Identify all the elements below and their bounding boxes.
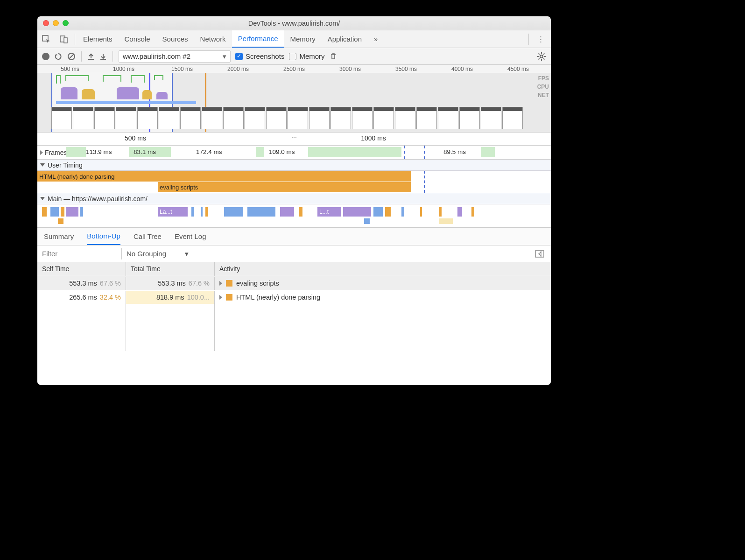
clear-button[interactable]	[67, 52, 76, 61]
collapse-arrow-icon[interactable]	[40, 197, 45, 200]
frame-duration: 113.9 ms	[86, 148, 112, 155]
tab-console[interactable]: Console	[119, 30, 156, 48]
tab-sources[interactable]: Sources	[156, 30, 194, 48]
timeline-overview[interactable]: 500 ms 1000 ms 1500 ms 2000 ms 2500 ms 3…	[37, 65, 551, 133]
net-track	[56, 101, 196, 104]
table-row[interactable]: 553.3 ms 67.6 % 553.3 ms 67.6 % evaling …	[37, 276, 551, 290]
main-thread-label: Main — https://www.paulirish.com/	[48, 195, 148, 203]
filmstrip-frame[interactable]	[373, 107, 394, 129]
tab-network[interactable]: Network	[194, 30, 232, 48]
main-thread-header[interactable]: Main — https://www.paulirish.com/	[37, 193, 551, 204]
svg-line-15	[543, 53, 544, 54]
panel-tabstrip: Elements Console Sources Network Perform…	[37, 30, 551, 48]
svg-line-4	[69, 54, 74, 59]
frames-track[interactable]: Frames 113.9 ms 83.1 ms 172.4 ms 109.0 m…	[37, 146, 551, 160]
recording-select[interactable]: www.paulirish.com #2 ▾	[119, 50, 231, 63]
chevron-down-icon: ▾	[185, 250, 189, 258]
frame-duration: 83.1 ms	[134, 148, 156, 155]
titlebar: DevTools - www.paulirish.com/	[37, 16, 551, 30]
flame-bar[interactable]: La...t	[158, 207, 188, 217]
filmstrip-frame[interactable]	[51, 107, 72, 129]
svg-rect-2	[64, 38, 67, 43]
overview-ruler: 500 ms 1000 ms 1500 ms 2000 ms 2500 ms 3…	[37, 65, 551, 73]
window-title: DevTools - www.paulirish.com/	[37, 20, 551, 27]
flame-bar[interactable]: L...t	[317, 207, 341, 217]
expand-arrow-icon[interactable]	[219, 281, 222, 286]
ruler-tick: 1000 ms	[113, 66, 134, 72]
reload-button[interactable]	[54, 52, 63, 61]
tab-call-tree[interactable]: Call Tree	[134, 228, 162, 245]
ruler-tick: 4000 ms	[451, 66, 473, 72]
col-self-time[interactable]: Self Time	[37, 262, 126, 276]
activity-name: HTML (nearly) done parsing	[236, 294, 320, 301]
collapse-panel-icon[interactable]	[528, 250, 551, 258]
garbage-collect-icon[interactable]	[330, 52, 337, 61]
tab-bottom-up[interactable]: Bottom-Up	[87, 228, 120, 245]
self-time-value: 265.6 ms	[69, 294, 97, 301]
filmstrip-frame[interactable]	[330, 107, 351, 129]
filmstrip-frame[interactable]	[395, 107, 415, 129]
filmstrip-frame[interactable]	[94, 107, 115, 129]
filmstrip-frame[interactable]	[202, 107, 222, 129]
filmstrip-frame[interactable]	[502, 107, 523, 129]
recording-select-label: www.paulirish.com #2	[123, 52, 190, 60]
flamechart-ruler[interactable]: 500 ms 1000 ms ⋯	[37, 133, 551, 146]
col-activity[interactable]: Activity	[215, 262, 551, 276]
filmstrip-frame[interactable]	[137, 107, 158, 129]
self-time-pct: 32.4 %	[100, 294, 121, 301]
filmstrip-frame[interactable]	[245, 107, 265, 129]
fps-track	[37, 75, 551, 84]
filmstrip-frame[interactable]	[159, 107, 179, 129]
filmstrip-frame[interactable]	[309, 107, 330, 129]
filmstrip-frame[interactable]	[438, 107, 458, 129]
chevron-down-icon: ▾	[223, 52, 226, 61]
ruler-tick: 500 ms	[61, 66, 79, 72]
memory-checkbox[interactable]: Memory	[289, 52, 324, 60]
frame-duration: 172.4 ms	[196, 148, 222, 155]
frame-duration: 89.5 ms	[443, 148, 466, 155]
settings-gear-icon[interactable]	[537, 52, 546, 61]
tab-memory[interactable]: Memory	[284, 30, 322, 48]
screenshots-checkbox[interactable]: Screenshots	[235, 52, 284, 60]
filter-input[interactable]	[37, 247, 121, 260]
grouping-select[interactable]: No Grouping ▾	[122, 250, 193, 258]
record-button[interactable]	[42, 53, 49, 60]
timing-bar[interactable]: evaling scripts	[158, 182, 411, 192]
tab-summary[interactable]: Summary	[44, 228, 74, 245]
frames-label: Frames	[45, 149, 67, 156]
total-time-value: 818.9 ms	[156, 294, 184, 301]
filmstrip-frame[interactable]	[180, 107, 201, 129]
filmstrip-frame[interactable]	[459, 107, 480, 129]
filmstrip-frame[interactable]	[481, 107, 501, 129]
filmstrip-frame[interactable]	[416, 107, 437, 129]
timing-bar[interactable]: HTML (nearly) done parsing	[37, 171, 411, 182]
inspect-element-icon[interactable]	[37, 35, 55, 43]
user-timing-track[interactable]: HTML (nearly) done parsing evaling scrip…	[37, 171, 551, 193]
main-thread-track[interactable]: La...t L...t	[37, 204, 551, 228]
filmstrip-frame[interactable]	[73, 107, 93, 129]
tab-elements[interactable]: Elements	[77, 30, 119, 48]
upload-profile-icon[interactable]	[87, 53, 95, 60]
total-time-pct: 100.0...	[187, 294, 210, 301]
tab-performance[interactable]: Performance	[232, 30, 284, 48]
collapse-arrow-icon[interactable]	[40, 163, 45, 167]
tab-application[interactable]: Application	[322, 30, 368, 48]
user-timing-header[interactable]: User Timing	[37, 160, 551, 171]
ruler-tick: 3000 ms	[339, 66, 361, 72]
device-toolbar-icon[interactable]	[55, 35, 73, 43]
filmstrip-frame[interactable]	[223, 107, 244, 129]
table-row[interactable]: 265.6 ms 32.4 % 818.9 ms 100.0... HTML (…	[37, 290, 551, 304]
filmstrip-frame[interactable]	[288, 107, 308, 129]
tab-overflow[interactable]: »	[368, 30, 384, 48]
tab-event-log[interactable]: Event Log	[175, 228, 206, 245]
filmstrip-frame[interactable]	[116, 107, 136, 129]
col-total-time[interactable]: Total Time	[126, 262, 215, 276]
filmstrip-frame[interactable]	[266, 107, 287, 129]
more-options-icon[interactable]: ⋮	[531, 35, 551, 43]
expand-arrow-icon[interactable]	[219, 295, 222, 300]
details-tabstrip: Summary Bottom-Up Call Tree Event Log	[37, 228, 551, 245]
filmstrip-frame[interactable]	[352, 107, 372, 129]
expand-arrow-icon[interactable]	[40, 150, 43, 155]
download-profile-icon[interactable]	[99, 53, 107, 60]
self-time-value: 553.3 ms	[69, 280, 97, 287]
